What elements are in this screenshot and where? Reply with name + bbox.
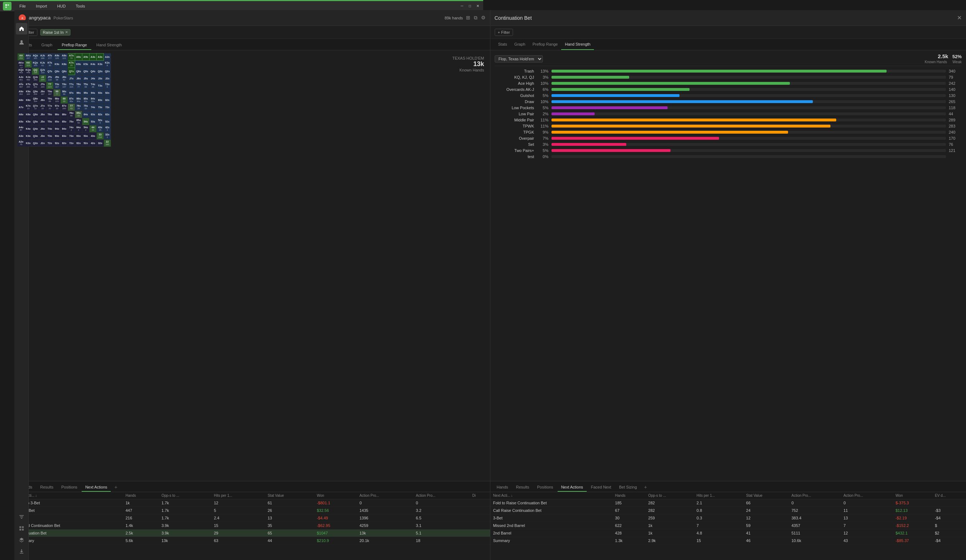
grid-cell[interactable]: KQo449 <box>25 68 32 75</box>
grid-cell[interactable]: AA255 <box>18 54 25 61</box>
grid-cell[interactable]: T6s77 <box>75 82 82 90</box>
grid-cell[interactable]: 94s <box>90 90 97 97</box>
grid-cell[interactable]: 53o <box>82 133 90 140</box>
grid-cell[interactable]: 95o <box>54 118 61 125</box>
grid-cell[interactable]: JJ204 <box>39 75 46 82</box>
grid-cell[interactable]: Q9s <box>54 68 61 75</box>
grid-cell[interactable]: AQo463 <box>18 68 25 75</box>
grid-cell[interactable]: 42s4 <box>104 125 111 133</box>
grid-cell[interactable]: K5s <box>82 61 90 68</box>
grid-cell[interactable]: 8868 <box>61 97 68 104</box>
grid-cell[interactable]: J9o167 <box>39 90 46 97</box>
grid-cell[interactable]: T3s <box>97 82 104 90</box>
grid-cell[interactable]: 65o55 <box>75 118 82 125</box>
grid-cell[interactable]: Q9o209 <box>32 90 39 97</box>
close-btn[interactable]: ✕ <box>475 3 480 9</box>
grid-cell[interactable]: J7o20 <box>39 104 46 111</box>
grid-cell[interactable]: A2s <box>104 54 111 61</box>
menu-file[interactable]: File <box>17 3 28 9</box>
grid-cell[interactable]: 32s1 <box>104 133 111 140</box>
grid-cell[interactable]: 83s <box>97 97 104 104</box>
grid-cell[interactable]: J8o <box>39 97 46 104</box>
filter-tag-close[interactable]: ✕ <box>65 30 68 34</box>
grid-cell[interactable]: 52o <box>82 140 90 147</box>
grid-cell[interactable]: 75o <box>68 118 75 125</box>
sidebar-home-icon[interactable] <box>16 23 27 34</box>
grid-cell[interactable]: K3s <box>97 61 104 68</box>
grid-cell[interactable]: 76o66 <box>68 111 75 118</box>
grid-cell[interactable]: A9o262 <box>18 90 25 97</box>
grid-cell[interactable]: A3o <box>18 133 25 140</box>
grid-cell[interactable]: J3s <box>97 75 104 82</box>
grid-cell[interactable]: 73s <box>97 104 104 111</box>
grid-cell[interactable]: 65s33 <box>75 111 82 118</box>
grid-cell[interactable]: KQs163 <box>32 61 39 68</box>
grid-cell[interactable]: 73o <box>68 133 75 140</box>
grid-cell[interactable]: QJs133 <box>39 68 46 75</box>
grid-cell[interactable]: KTs30 <box>46 61 54 68</box>
grid-cell[interactable]: 84o <box>61 125 68 133</box>
grid-cell[interactable]: AJs166 <box>39 54 46 61</box>
grid-cell[interactable]: A3s <box>97 54 104 61</box>
grid-cell[interactable]: K5o <box>25 118 32 125</box>
grid-cell[interactable]: A4s <box>90 54 97 61</box>
grid-cell[interactable]: T6o <box>46 111 54 118</box>
grid-cell[interactable]: 92o <box>54 140 61 147</box>
grid-cell[interactable]: TT224 <box>46 82 54 90</box>
grid-cell[interactable]: 97s <box>68 90 75 97</box>
grid-cell[interactable]: 95s <box>82 90 90 97</box>
grid-cell[interactable]: AKs157 <box>25 54 32 61</box>
grid-cell[interactable]: Q8s <box>61 68 68 75</box>
grid-cell[interactable]: J2s <box>104 75 111 82</box>
grid-cell[interactable]: 96s <box>75 90 82 97</box>
grid-cell[interactable]: K4s <box>90 61 97 68</box>
grid-cell[interactable]: 87o200 <box>61 104 68 111</box>
grid-cell[interactable]: J4o <box>39 125 46 133</box>
grid-cell[interactable]: A8o <box>18 97 25 104</box>
grid-cell[interactable]: Q2s <box>104 68 111 75</box>
grid-cell[interactable]: Q5s <box>82 68 90 75</box>
grid-cell[interactable]: 93s <box>97 90 104 97</box>
grid-cell[interactable]: T2s6 <box>104 82 111 90</box>
grid-cell[interactable]: K9s <box>54 61 61 68</box>
grid-cell[interactable]: K8s <box>61 61 68 68</box>
grid-cell[interactable]: J8s82 <box>61 75 68 82</box>
window-icon[interactable]: ⊞ <box>466 15 470 21</box>
grid-cell[interactable]: A2o75 <box>18 140 25 147</box>
grid-cell[interactable]: 32o <box>97 140 104 147</box>
grid-cell[interactable]: J2o <box>39 140 46 147</box>
grid-cell[interactable]: T9o167 <box>46 90 54 97</box>
grid-cell[interactable]: Q4o <box>32 125 39 133</box>
grid-cell[interactable]: 86o <box>61 111 68 118</box>
grid-cell[interactable]: ATo487 <box>18 82 25 90</box>
grid-cell[interactable]: 52s <box>104 118 111 125</box>
grid-cell[interactable]: QJo263 <box>32 75 39 82</box>
grid-cell[interactable]: T3o <box>46 133 54 140</box>
grid-cell[interactable]: 97o20 <box>54 104 61 111</box>
grid-cell[interactable]: 85o <box>61 118 68 125</box>
grid-cell[interactable]: 72o <box>68 140 75 147</box>
grid-cell[interactable]: 93o <box>54 133 61 140</box>
grid-cell[interactable]: 43s25 <box>97 125 104 133</box>
grid-cell[interactable]: T4o <box>46 125 54 133</box>
grid-cell[interactable]: ATs177 <box>46 54 54 61</box>
maximize-btn[interactable]: □ <box>467 3 472 9</box>
grid-cell[interactable]: 82s <box>104 97 111 104</box>
grid-cell[interactable]: J5s <box>82 75 90 82</box>
grid-cell[interactable]: 98o225 <box>54 97 61 104</box>
grid-cell[interactable]: J6o <box>39 111 46 118</box>
grid-cell[interactable]: T2o <box>46 140 54 147</box>
grid-cell[interactable]: K4o <box>25 125 32 133</box>
grid-cell[interactable]: 54o2 <box>82 125 90 133</box>
grid-cell[interactable]: Q7s <box>68 68 75 75</box>
grid-cell[interactable]: K7s25 <box>68 61 75 68</box>
grid-cell[interactable]: 63o <box>75 133 82 140</box>
grid-cell[interactable]: K3o <box>25 133 32 140</box>
grid-cell[interactable]: 74s <box>90 104 97 111</box>
grid-cell[interactable]: T7s224 <box>68 82 75 90</box>
grid-cell[interactable]: Q2o <box>32 140 39 147</box>
grid-cell[interactable]: A5o <box>18 118 25 125</box>
grid-cell[interactable]: T8s147 <box>61 82 68 90</box>
grid-cell[interactable]: 54s <box>82 118 90 125</box>
grid-cell[interactable]: KJo450 <box>25 75 32 82</box>
